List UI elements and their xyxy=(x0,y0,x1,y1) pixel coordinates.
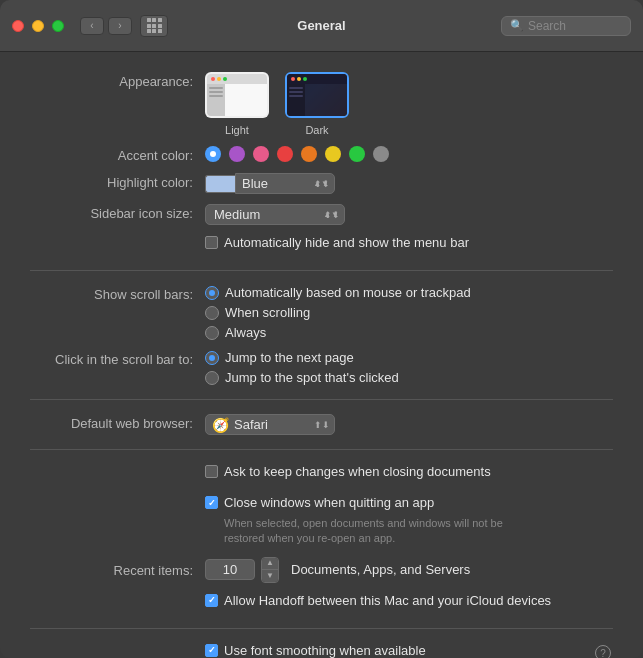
accent-color-row: Accent color: xyxy=(30,146,613,163)
appearance-options: Light xyxy=(205,72,349,136)
appearance-light[interactable]: Light xyxy=(205,72,269,136)
minimize-button[interactable] xyxy=(32,20,44,32)
handoff-checkbox[interactable] xyxy=(205,594,218,607)
sidebar-select-wrapper: Small Medium Large ⬆⬇ xyxy=(205,204,345,225)
titlebar: ‹ › General 🔍 xyxy=(0,0,643,52)
recent-items-row: Recent items: ▲ ▼ Documents, Apps, and S… xyxy=(30,557,613,583)
appearance-dark[interactable]: Dark xyxy=(285,72,349,136)
accent-blue[interactable] xyxy=(205,146,221,162)
maximize-button[interactable] xyxy=(52,20,64,32)
default-browser-control: 🧭 Safari Chrome Firefox ⬆⬇ xyxy=(205,414,613,435)
click-spot-radio[interactable] xyxy=(205,371,219,385)
highlight-color-label: Highlight color: xyxy=(30,173,205,190)
close-windows-label: Close windows when quitting an app xyxy=(224,495,434,510)
accent-red[interactable] xyxy=(277,146,293,162)
search-input[interactable] xyxy=(528,19,622,33)
nav-buttons: ‹ › xyxy=(80,17,132,35)
close-windows-subtext: When selected, open documents and window… xyxy=(224,516,544,547)
close-docs-checkbox-row[interactable]: Ask to keep changes when closing documen… xyxy=(205,464,491,479)
light-thumbnail xyxy=(205,72,269,118)
accent-color-options xyxy=(205,146,389,162)
handoff-spacer xyxy=(30,593,205,595)
accent-color-control xyxy=(205,146,613,162)
font-smoothing-checkbox[interactable] xyxy=(205,644,218,657)
accent-green[interactable] xyxy=(349,146,365,162)
stepper-buttons: ▲ ▼ xyxy=(261,557,279,583)
stepper-down-button[interactable]: ▼ xyxy=(262,570,278,582)
divider-3 xyxy=(30,449,613,450)
scroll-when-scrolling-radio[interactable] xyxy=(205,306,219,320)
search-icon: 🔍 xyxy=(510,19,524,32)
click-next-page-row[interactable]: Jump to the next page xyxy=(205,350,399,365)
back-button[interactable]: ‹ xyxy=(80,17,104,35)
close-windows-checkbox-row[interactable]: Close windows when quitting an app xyxy=(205,495,544,510)
menu-bar-row: Automatically hide and show the menu bar xyxy=(30,235,613,256)
divider-1 xyxy=(30,270,613,271)
scroll-always-row[interactable]: Always xyxy=(205,325,471,340)
click-next-page-label: Jump to the next page xyxy=(225,350,354,365)
scroll-always-label: Always xyxy=(225,325,266,340)
accent-graphite[interactable] xyxy=(373,146,389,162)
forward-button[interactable]: › xyxy=(108,17,132,35)
window: ‹ › General 🔍 Appearance: xyxy=(0,0,643,658)
highlight-select-wrapper: Blue Gold Graphite Green Orange Pink Pur… xyxy=(205,173,335,194)
recent-items-suffix: Documents, Apps, and Servers xyxy=(291,562,470,577)
highlight-color-select[interactable]: Blue Gold Graphite Green Orange Pink Pur… xyxy=(235,173,335,194)
appearance-control: Light xyxy=(205,72,613,136)
close-docs-spacer xyxy=(30,464,205,466)
recent-items-label: Recent items: xyxy=(30,561,205,578)
menu-bar-checkbox-row[interactable]: Automatically hide and show the menu bar xyxy=(205,235,469,250)
scroll-when-scrolling-label: When scrolling xyxy=(225,305,310,320)
highlight-select-wrapper-inner: Blue Gold Graphite Green Orange Pink Pur… xyxy=(235,173,335,194)
click-scroll-bar-row: Click in the scroll bar to: Jump to the … xyxy=(30,350,613,385)
search-box[interactable]: 🔍 xyxy=(501,16,631,36)
sidebar-icon-size-label: Sidebar icon size: xyxy=(30,204,205,221)
accent-yellow[interactable] xyxy=(325,146,341,162)
scroll-always-radio[interactable] xyxy=(205,326,219,340)
recent-items-input[interactable] xyxy=(205,559,255,580)
font-smoothing-label: Use font smoothing when available xyxy=(224,643,426,658)
accent-color-label: Accent color: xyxy=(30,146,205,163)
handoff-control: Allow Handoff between this Mac and your … xyxy=(205,593,613,614)
show-scroll-bars-label: Show scroll bars: xyxy=(30,285,205,302)
font-smoothing-row: Use font smoothing when available ? xyxy=(30,643,613,658)
scroll-auto-row[interactable]: Automatically based on mouse or trackpad xyxy=(205,285,471,300)
sidebar-icon-size-select[interactable]: Small Medium Large xyxy=(205,204,345,225)
default-browser-select[interactable]: Safari Chrome Firefox xyxy=(205,414,335,435)
close-button[interactable] xyxy=(12,20,24,32)
divider-2 xyxy=(30,399,613,400)
close-windows-checkbox[interactable] xyxy=(205,496,218,509)
recent-items-control: ▲ ▼ Documents, Apps, and Servers xyxy=(205,557,613,583)
close-docs-checkbox[interactable] xyxy=(205,465,218,478)
scroll-when-scrolling-row[interactable]: When scrolling xyxy=(205,305,471,320)
grid-icon xyxy=(147,18,162,33)
close-windows-control: Close windows when quitting an app When … xyxy=(205,495,613,547)
highlight-swatch xyxy=(205,175,235,193)
menu-bar-checkbox-label: Automatically hide and show the menu bar xyxy=(224,235,469,250)
accent-pink[interactable] xyxy=(253,146,269,162)
handoff-checkbox-row[interactable]: Allow Handoff between this Mac and your … xyxy=(205,593,551,608)
menu-bar-control: Automatically hide and show the menu bar xyxy=(205,235,613,256)
show-scroll-bars-row: Show scroll bars: Automatically based on… xyxy=(30,285,613,340)
default-browser-label: Default web browser: xyxy=(30,414,205,431)
stepper-wrapper: ▲ ▼ Documents, Apps, and Servers xyxy=(205,557,470,583)
scroll-auto-radio[interactable] xyxy=(205,286,219,300)
highlight-color-control: Blue Gold Graphite Green Orange Pink Pur… xyxy=(205,173,613,194)
close-docs-row: Ask to keep changes when closing documen… xyxy=(30,464,613,485)
appearance-row: Appearance: xyxy=(30,72,613,136)
grid-view-button[interactable] xyxy=(140,15,168,37)
help-button[interactable]: ? xyxy=(595,645,611,658)
stepper-up-button[interactable]: ▲ xyxy=(262,558,278,570)
click-next-page-radio[interactable] xyxy=(205,351,219,365)
click-scroll-radio-group: Jump to the next page Jump to the spot t… xyxy=(205,350,399,385)
sidebar-icon-size-row: Sidebar icon size: Small Medium Large ⬆⬇ xyxy=(30,204,613,225)
show-scroll-bars-control: Automatically based on mouse or trackpad… xyxy=(205,285,613,340)
close-windows-row: Close windows when quitting an app When … xyxy=(30,495,613,547)
font-smoothing-checkbox-row[interactable]: Use font smoothing when available xyxy=(205,643,595,658)
accent-orange[interactable] xyxy=(301,146,317,162)
click-spot-row[interactable]: Jump to the spot that's clicked xyxy=(205,370,399,385)
content-area: Appearance: xyxy=(0,52,643,658)
sidebar-icon-size-control: Small Medium Large ⬆⬇ xyxy=(205,204,613,225)
menu-bar-checkbox[interactable] xyxy=(205,236,218,249)
accent-purple[interactable] xyxy=(229,146,245,162)
